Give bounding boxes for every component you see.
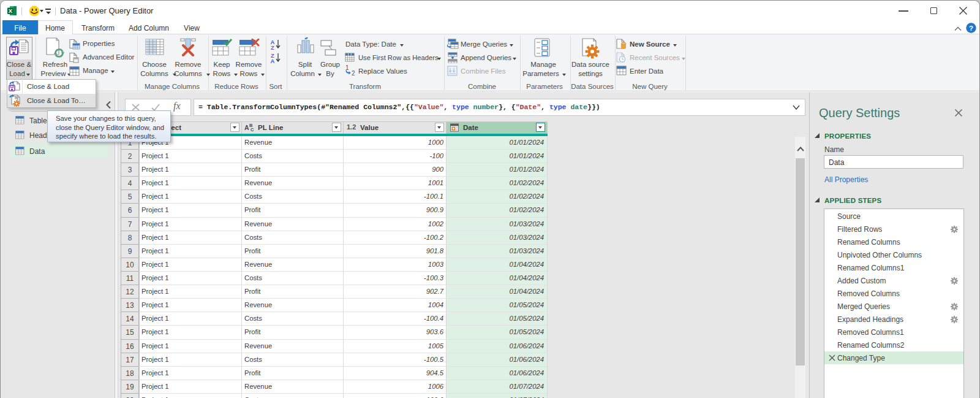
svg-text:?: ? [969, 25, 973, 32]
svg-text:X: X [9, 7, 13, 14]
svg-text:2: 2 [352, 70, 355, 77]
svg-text:1: 1 [345, 64, 349, 71]
svg-text:Z: Z [271, 44, 274, 51]
